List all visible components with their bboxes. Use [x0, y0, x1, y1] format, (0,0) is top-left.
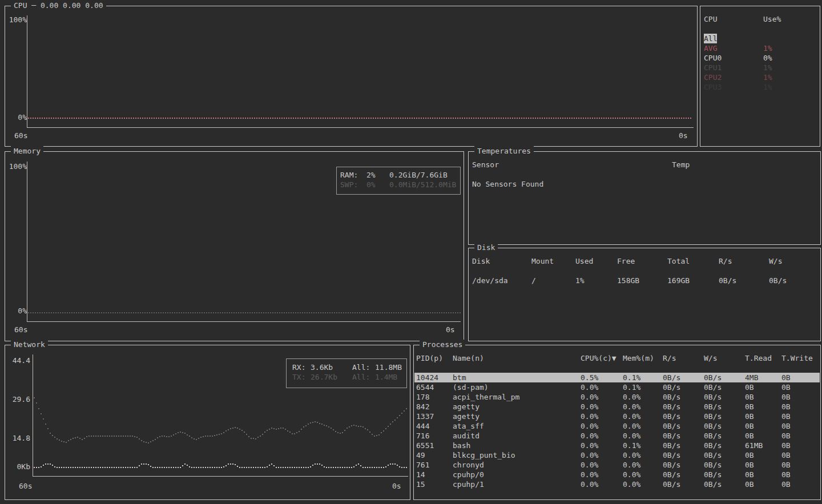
disk-cell: 0B/s — [769, 276, 787, 285]
process-row[interactable]: 15cpuhp/10.0%0.0%0B/s0B/s0B0B — [414, 479, 820, 489]
process-cell-twrite: 0B — [781, 470, 791, 479]
process-cell-twrite: 0B — [781, 402, 791, 412]
tx-all-value: 1.4MB — [375, 372, 397, 382]
process-cell-name: cpuhp/1 — [453, 479, 484, 489]
process-cell-ws: 0B/s — [704, 431, 722, 441]
processes-header-name[interactable]: Name(n) — [453, 353, 484, 363]
cpu-legend-label: CPU1 — [704, 63, 722, 72]
cpu-legend-row-cpu1[interactable]: CPU11% — [700, 63, 820, 72]
process-cell-ws: 0B/s — [704, 392, 722, 402]
cpu-legend-row-cpu0[interactable]: CPU00% — [700, 53, 820, 63]
temps-empty-message: No Sensors Found — [472, 179, 543, 189]
process-cell-rs: 0B/s — [663, 470, 680, 479]
temperatures-panel-title: Temperatures — [474, 146, 534, 156]
cpu-legend-use-value: 1% — [763, 82, 772, 92]
memory-panel-title: Memory — [11, 146, 43, 156]
disk-rows: /dev/sda/1%158GB169GB0B/s0B/s — [469, 276, 820, 285]
process-cell-pid: 444 — [416, 421, 429, 431]
process-cell-tread: 0B — [745, 431, 754, 441]
processes-header-cpu[interactable]: CPU%(c)▼ — [581, 353, 616, 363]
processes-panel-title: Processes — [420, 340, 465, 349]
processes-header-mem[interactable]: Mem%(m) — [623, 353, 654, 363]
processes-header-rs[interactable]: R/s — [663, 353, 676, 363]
process-cell-name: (sd-pam) — [453, 382, 489, 392]
process-cell-cpu: 0.0% — [581, 479, 598, 489]
disk-header-used[interactable]: Used — [575, 256, 593, 266]
network-legend-rx-row: RX: 3.6Kb All: 11.8MB — [287, 362, 406, 372]
network-panel-title: Network — [11, 340, 48, 349]
process-cell-rs: 0B/s — [663, 450, 680, 460]
rx-all-value: 11.8MB — [375, 362, 402, 372]
process-cell-ws: 0B/s — [704, 373, 722, 382]
cpu-legend-use-value: 0% — [763, 53, 772, 63]
swap-usage-value: 0.0MiB/512.0MiB — [389, 180, 456, 189]
processes-header-tread[interactable]: T.Read — [745, 353, 772, 363]
process-row[interactable]: 14cpuhp/00.0%0.0%0B/s0B/s0B0B — [414, 470, 820, 479]
swap-label: SWP: — [340, 180, 358, 189]
cpu-legend-row-all[interactable]: All — [700, 34, 820, 43]
temps-header-sensor[interactable]: Sensor — [472, 160, 499, 170]
network-panel: Network 44.4 29.6 14.8 0Kb 60s 0s RX: 3.… — [5, 345, 410, 500]
disk-header-row: DiskMountUsedFreeTotalR/sW/s — [469, 256, 820, 266]
processes-header-pid[interactable]: PID(p) — [416, 353, 443, 363]
processes-header-twrite[interactable]: T.Write — [781, 353, 813, 363]
process-cell-cpu: 0.5% — [581, 373, 598, 382]
process-row[interactable]: 178acpi_thermal_pm0.0%0.0%0B/s0B/s0B0B — [414, 392, 820, 402]
process-cell-cpu: 0.0% — [581, 402, 598, 412]
process-row[interactable]: 761chronyd0.0%0.0%0B/s0B/s0B0B — [414, 460, 820, 470]
process-cell-mem: 0.1% — [623, 373, 640, 382]
cpu-legend-label: CPU2 — [704, 72, 722, 82]
disk-header-disk[interactable]: Disk — [472, 256, 490, 266]
processes-header-ws[interactable]: W/s — [704, 353, 717, 363]
process-cell-cpu: 0.0% — [581, 412, 598, 421]
cpu-legend-header-use: Use% — [763, 14, 781, 24]
process-cell-name: bash — [453, 441, 470, 450]
process-row[interactable]: 10424btm0.5%0.1%0B/s0B/s4MB0B — [414, 373, 820, 382]
process-cell-twrite: 0B — [781, 479, 791, 489]
process-cell-rs: 0B/s — [663, 373, 680, 382]
disk-header-ws[interactable]: W/s — [769, 256, 782, 266]
process-cell-tread: 61MB — [745, 441, 763, 450]
memory-legend-ram-row: RAM: 2% 0.2GiB/7.6GiB — [337, 170, 460, 180]
process-cell-rs: 0B/s — [663, 460, 680, 470]
disk-cell: 158GB — [617, 276, 639, 285]
disk-header-mount[interactable]: Mount — [531, 256, 554, 266]
disk-header-rs[interactable]: R/s — [719, 256, 732, 266]
process-cell-mem: 0.0% — [623, 412, 640, 421]
process-row[interactable]: 6551bash0.0%0.1%0B/s0B/s61MB0B — [414, 441, 820, 450]
memory-legend-box: RAM: 2% 0.2GiB/7.6GiB SWP: 0% 0.0MiB/512… — [336, 167, 461, 195]
process-row[interactable]: 842agetty0.0%0.0%0B/s0B/s0B0B — [414, 402, 820, 412]
disk-panel: Disk DiskMountUsedFreeTotalR/sW/s /dev/s… — [468, 248, 821, 341]
disk-header-total[interactable]: Total — [667, 256, 690, 266]
ram-label: RAM: — [340, 170, 358, 180]
cpu-legend-row-cpu3[interactable]: CPU31% — [700, 82, 820, 92]
disk-header-free[interactable]: Free — [617, 256, 635, 266]
process-cell-mem: 0.0% — [623, 431, 640, 441]
process-row[interactable]: 1337agetty0.0%0.0%0B/s0B/s0B0B — [414, 412, 820, 421]
process-cell-twrite: 0B — [781, 450, 791, 460]
process-cell-rs: 0B/s — [663, 392, 680, 402]
process-cell-name: agetty — [453, 402, 480, 412]
process-row[interactable]: 6544(sd-pam)0.0%0.1%0B/s0B/s0B0B — [414, 382, 820, 392]
cpu-legend-header: CPU Use% — [700, 14, 820, 24]
disk-row[interactable]: /dev/sda/1%158GB169GB0B/s0B/s — [469, 276, 820, 285]
cpu-panel: CPU ─ 0.00 0.00 0.00 100% 0% 60s 0s — [5, 6, 698, 147]
process-cell-ws: 0B/s — [704, 402, 722, 412]
memory-panel: Memory 100% 0% 60s 0s RAM: 2% 0.2GiB/7.6… — [5, 151, 464, 341]
cpu-legend-row-cpu2[interactable]: CPU21% — [700, 72, 820, 82]
cpu-legend-header-cpu: CPU — [704, 14, 717, 24]
process-cell-mem: 0.0% — [623, 450, 640, 460]
disk-cell: /dev/sda — [472, 276, 508, 285]
process-cell-twrite: 0B — [781, 382, 791, 392]
process-row[interactable]: 716auditd0.0%0.0%0B/s0B/s0B0B — [414, 431, 820, 441]
process-row[interactable]: 444ata_sff0.0%0.0%0B/s0B/s0B0B — [414, 421, 820, 431]
memory-y-axis-line — [27, 162, 27, 321]
cpu-legend-row-avg[interactable]: AVG1% — [700, 43, 820, 53]
process-row[interactable]: 49blkcg_punt_bio0.0%0.0%0B/s0B/s0B0B — [414, 450, 820, 460]
process-cell-pid: 14 — [416, 470, 425, 479]
temps-header-temp[interactable]: Temp — [672, 160, 690, 170]
process-cell-ws: 0B/s — [704, 412, 722, 421]
network-y-label-3: 14.8 — [6, 433, 30, 443]
ram-percent: 2% — [366, 170, 376, 180]
cpu-legend-label: CPU3 — [704, 82, 722, 92]
